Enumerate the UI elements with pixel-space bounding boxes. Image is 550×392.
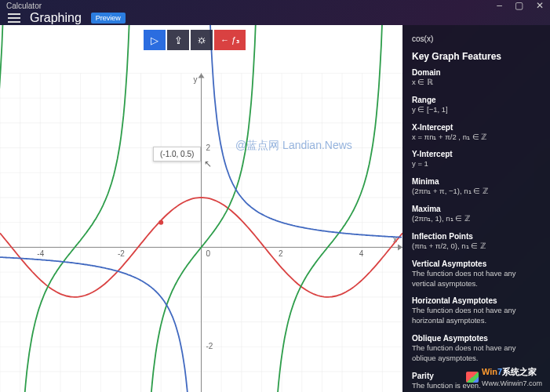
feature-name: Domain bbox=[412, 68, 541, 77]
trace-tooltip: (-1.0, 0.5) bbox=[153, 147, 201, 162]
feature-name: Range bbox=[412, 96, 541, 104]
svg-point-49 bbox=[158, 220, 163, 225]
svg-text:4: 4 bbox=[359, 249, 364, 258]
feature-block: Inflection Points(πn₁ + π/2, 0), n₁ ∈ ℤ bbox=[412, 232, 541, 252]
feature-name: Maxima bbox=[412, 205, 541, 213]
feature-block: X-Interceptx = πn₁ + π/2 , n₁ ∈ ℤ bbox=[412, 123, 541, 143]
graph-settings-button[interactable]: ⛭ bbox=[191, 30, 213, 50]
feature-name: Vertical Asymptotes bbox=[412, 260, 541, 268]
feature-block: Y-Intercepty = 1 bbox=[412, 150, 541, 169]
feature-value: (2πn₁, 1), n₁ ∈ ℤ bbox=[412, 214, 541, 224]
panel-title: Key Graph Features bbox=[412, 51, 541, 62]
feature-value: The function does not have any oblique a… bbox=[412, 343, 541, 364]
feature-block: Domainx ∈ ℝ bbox=[412, 68, 541, 88]
app-header: Graphing Preview bbox=[0, 11, 550, 25]
content-area: -4-224-220xy (-1.0, 0.5) @蓝点网 Landian.Ne… bbox=[0, 25, 550, 392]
maximize-button[interactable]: ▢ bbox=[515, 0, 523, 11]
svg-text:2: 2 bbox=[206, 143, 211, 152]
features-list: Domainx ∈ ℝRangey ∈ [−1, 1]X-Interceptx … bbox=[412, 68, 541, 392]
share-button[interactable]: ⇪ bbox=[167, 30, 189, 50]
feature-block: Vertical AsymptotesThe function does not… bbox=[412, 260, 541, 289]
svg-marker-39 bbox=[199, 73, 205, 78]
feature-name: Oblique Asymptotes bbox=[412, 334, 541, 343]
hamburger-icon[interactable] bbox=[8, 13, 20, 23]
graph-toolbar: ▷ ⇪ ⛭ ← ƒ₃ bbox=[144, 30, 246, 50]
minimize-button[interactable]: – bbox=[497, 0, 502, 11]
feature-name: Horizontal Asymptotes bbox=[412, 296, 541, 305]
feature-value: The function does not have any horizonta… bbox=[412, 306, 541, 326]
feature-block: Maxima(2πn₁, 1), n₁ ∈ ℤ bbox=[412, 205, 541, 224]
svg-text:-2: -2 bbox=[118, 249, 125, 258]
feature-name: Minima bbox=[412, 177, 541, 186]
feature-block: Rangey ∈ [−1, 1] bbox=[412, 96, 541, 115]
window-controls: – ▢ ✕ bbox=[497, 0, 544, 11]
window-titlebar: Calculator – ▢ ✕ bbox=[0, 0, 550, 11]
feature-name: X-Intercept bbox=[412, 123, 541, 132]
preview-badge: Preview bbox=[91, 13, 126, 24]
key-features-panel: cos(x) Key Graph Features Domainx ∈ ℝRan… bbox=[402, 25, 550, 392]
feature-value: y ∈ [−1, 1] bbox=[412, 105, 541, 115]
feature-value: The function does not have any vertical … bbox=[412, 269, 541, 289]
app-window: { "app": { "title": "Calculator" }, "win… bbox=[0, 0, 550, 392]
mode-title: Graphing bbox=[30, 11, 82, 25]
back-to-function-button[interactable]: ← ƒ₃ bbox=[214, 30, 246, 50]
feature-value: x ∈ ℝ bbox=[412, 78, 541, 88]
trace-button[interactable]: ▷ bbox=[144, 30, 166, 50]
close-button[interactable]: ✕ bbox=[536, 0, 544, 11]
feature-value: (πn₁ + π/2, 0), n₁ ∈ ℤ bbox=[412, 241, 541, 252]
feature-name: Parity bbox=[412, 372, 541, 380]
feature-block: ParityThe function is even. bbox=[412, 372, 541, 391]
feature-value: x = πn₁ + π/2 , n₁ ∈ ℤ bbox=[412, 132, 541, 143]
feature-block: Minima(2πn₁ + π, −1), n₁ ∈ ℤ bbox=[412, 177, 541, 197]
cursor-icon: ↖ bbox=[204, 158, 212, 169]
feature-name: Y-Intercept bbox=[412, 150, 541, 158]
app-title: Calculator bbox=[6, 2, 42, 10]
feature-value: (2πn₁ + π, −1), n₁ ∈ ℤ bbox=[412, 187, 541, 197]
feature-value: The function is even. bbox=[412, 381, 541, 391]
graph-canvas[interactable]: -4-224-220xy (-1.0, 0.5) @蓝点网 Landian.Ne… bbox=[0, 25, 402, 392]
feature-block: Horizontal AsymptotesThe function does n… bbox=[412, 296, 541, 326]
feature-block: Oblique AsymptotesThe function does not … bbox=[412, 334, 541, 364]
svg-text:-4: -4 bbox=[37, 249, 44, 258]
feature-name: Inflection Points bbox=[412, 232, 541, 241]
svg-text:0: 0 bbox=[206, 249, 211, 258]
svg-text:-2: -2 bbox=[206, 342, 213, 350]
feature-value: y = 1 bbox=[412, 159, 541, 169]
graph-svg: -4-224-220xy bbox=[0, 25, 402, 392]
function-expression: cos(x) bbox=[412, 34, 433, 43]
svg-text:2: 2 bbox=[279, 249, 283, 258]
svg-text:y: y bbox=[194, 75, 198, 84]
